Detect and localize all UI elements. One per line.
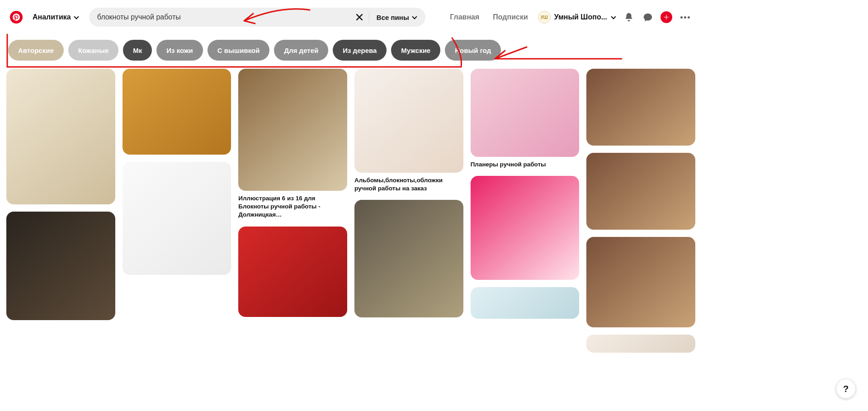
pinterest-logo[interactable] (10, 11, 23, 24)
pin-image[interactable] (586, 237, 695, 327)
nav-home[interactable]: Главная (446, 13, 483, 21)
help-button[interactable]: ? (836, 379, 855, 380)
pin-card[interactable] (6, 69, 115, 204)
avatar: УШ (538, 11, 551, 24)
plus-icon (663, 14, 670, 20)
category-pill[interactable]: Из кожи (156, 40, 203, 61)
pin-card[interactable] (586, 335, 695, 353)
pin-card[interactable]: Иллюстрация 6 из 16 для Блокноты ручной … (238, 69, 347, 219)
pin-image[interactable] (471, 287, 580, 319)
pin-title: Альбомы,блокноты,обложки ручной работы н… (354, 176, 463, 193)
analytics-label: Аналитика (33, 13, 71, 21)
pin-grid: Иллюстрация 6 из 16 для Блокноты ручной … (0, 69, 702, 380)
chevron-down-icon (611, 14, 616, 20)
bell-icon (624, 12, 634, 22)
category-pill[interactable]: Авторские (8, 40, 64, 61)
search-input[interactable] (89, 13, 351, 21)
account-name: Умный Шопо... (554, 13, 607, 21)
header-bar: Аналитика Все пины Главная Подписки УШ У… (0, 0, 702, 34)
pin-card[interactable] (471, 287, 580, 319)
category-pill[interactable]: Кожаные (68, 40, 119, 61)
pin-card[interactable]: Альбомы,блокноты,обложки ручной работы н… (354, 69, 463, 193)
more-options-button[interactable] (679, 16, 692, 19)
pin-image[interactable] (586, 69, 695, 146)
account-menu[interactable]: УШ Умный Шопо... (538, 11, 616, 24)
clear-search-button[interactable] (351, 9, 368, 26)
pin-card[interactable] (471, 176, 580, 280)
pin-image[interactable] (471, 176, 580, 280)
pin-image[interactable] (6, 69, 115, 204)
pin-image[interactable] (586, 153, 695, 230)
pin-image[interactable] (354, 69, 463, 173)
search-filter-dropdown[interactable]: Все пины (370, 9, 424, 26)
category-pill-row: АвторскиеКожаныеМкИз кожиС вышивкойДля д… (0, 34, 702, 69)
notifications-button[interactable] (623, 11, 635, 24)
category-pill[interactable]: Мк (123, 40, 152, 61)
category-pill[interactable]: Мужские (391, 40, 440, 61)
pin-title: Иллюстрация 6 из 16 для Блокноты ручной … (238, 194, 347, 219)
category-pill[interactable]: Для детей (274, 40, 328, 61)
chevron-down-icon (74, 14, 79, 20)
pin-card[interactable] (586, 237, 695, 327)
search-divider (369, 11, 369, 23)
pin-card[interactable] (6, 212, 115, 320)
create-button[interactable] (660, 11, 672, 23)
category-pill[interactable]: С вышивкой (208, 40, 270, 61)
pin-card[interactable] (238, 227, 347, 317)
pin-card[interactable]: Планеры ручной работы (471, 69, 580, 169)
pin-image[interactable] (238, 69, 347, 191)
pin-card[interactable] (586, 153, 695, 230)
pin-card[interactable] (123, 69, 231, 155)
pin-image[interactable] (123, 69, 231, 155)
pin-card[interactable] (123, 162, 231, 275)
pin-image[interactable] (471, 69, 580, 157)
category-pill[interactable]: Новый год (445, 40, 501, 61)
dots-icon (680, 16, 683, 19)
pin-card[interactable] (354, 200, 463, 317)
pin-image[interactable] (123, 162, 231, 275)
pin-image[interactable] (6, 212, 115, 320)
nav-following[interactable]: Подписки (489, 13, 531, 21)
search-filter-label: Все пины (377, 14, 409, 21)
pin-title: Планеры ручной работы (471, 161, 580, 169)
pin-image[interactable] (354, 200, 463, 317)
messages-button[interactable] (642, 11, 654, 24)
analytics-menu[interactable]: Аналитика (29, 13, 83, 21)
category-pill[interactable]: Из дерева (333, 40, 387, 61)
search-bar: Все пины (89, 8, 425, 27)
chevron-down-icon (412, 14, 417, 20)
chat-icon (643, 12, 653, 22)
pin-card[interactable] (586, 69, 695, 146)
pin-image[interactable] (238, 227, 347, 317)
pin-image[interactable] (586, 335, 695, 353)
